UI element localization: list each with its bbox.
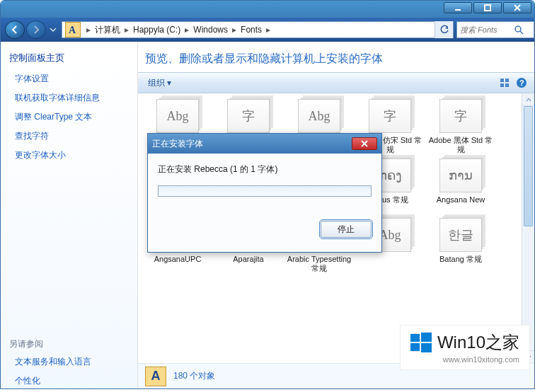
breadcrumb-segment[interactable]: 计算机 [93, 24, 122, 36]
breadcrumb[interactable]: A ▸ 计算机 ▸ Happyla (C:) ▸ Windows ▸ Fonts… [62, 21, 454, 38]
svg-text:A: A [69, 25, 76, 35]
scroll-up-button[interactable] [522, 93, 534, 106]
sidebar-link-online-fonts[interactable]: 联机获取字体详细信息 [9, 92, 129, 104]
svg-rect-18 [421, 343, 432, 352]
breadcrumb-segment[interactable]: Happyla (C:) [132, 25, 182, 35]
sidebar-link-find-char[interactable]: 查找字符 [9, 130, 129, 142]
sidebar-link-font-settings[interactable]: 字体设置 [9, 73, 129, 85]
back-button[interactable] [5, 21, 25, 39]
font-name-label: Arabic Typesetting 常规 [284, 255, 355, 273]
font-thumb-icon: 한글 [439, 218, 482, 252]
font-item[interactable]: ການAngsana New [425, 158, 496, 214]
watermark-brand: Win10 [437, 333, 485, 352]
search-box[interactable] [456, 21, 534, 38]
svg-line-6 [520, 31, 523, 34]
page-title: 预览、删除或者显示和隐藏计算机上安装的字体 [138, 42, 534, 72]
sidebar-link-personalize[interactable]: 个性化 [9, 375, 129, 387]
svg-rect-9 [500, 83, 504, 87]
font-name-label: Batang 常规 [425, 255, 496, 273]
scrollbar-thumb[interactable] [524, 106, 533, 226]
status-count: 180 个对象 [173, 370, 215, 382]
sidebar-see-also-heading: 另请参阅 [9, 338, 129, 350]
font-item[interactable]: 한글Batang 常规 [425, 218, 496, 273]
watermark-url: www.win10xitong.com [410, 355, 519, 364]
sidebar-link-cleartype[interactable]: 调整 ClearType 文本 [9, 111, 129, 123]
sidebar: 控制面板主页 字体设置 联机获取字体详细信息 调整 ClearType 文本 查… [1, 42, 138, 388]
help-button[interactable]: ? [514, 76, 529, 90]
sidebar-link-font-size[interactable]: 更改字体大小 [9, 149, 129, 161]
breadcrumb-segment[interactable]: Fonts [239, 25, 263, 35]
svg-rect-8 [505, 79, 509, 82]
font-name-label: AngsanaUPC [142, 255, 213, 273]
folder-icon: A [65, 22, 81, 38]
sidebar-heading[interactable]: 控制面板主页 [9, 52, 129, 64]
chevron-down-icon: ▾ [167, 78, 171, 88]
close-window-button[interactable] [503, 2, 531, 13]
font-name-label: Angsana New [425, 195, 496, 214]
window-titlebar [1, 1, 534, 18]
chevron-right-icon: ▸ [229, 25, 239, 35]
svg-rect-15 [410, 334, 420, 342]
font-thumb-icon: 字 [227, 99, 270, 133]
font-thumb-icon: Abg [156, 99, 199, 133]
svg-text:?: ? [519, 79, 524, 87]
stop-button-label: 停止 [338, 224, 355, 236]
search-input[interactable] [457, 25, 511, 35]
toolbar: 组织▾ ? [138, 72, 534, 93]
svg-point-5 [515, 26, 521, 32]
svg-rect-10 [505, 83, 509, 87]
svg-rect-1 [485, 5, 490, 11]
stop-button[interactable]: 停止 [321, 221, 372, 238]
view-button[interactable] [497, 76, 512, 90]
maximize-button[interactable] [473, 2, 502, 13]
organize-label: 组织 [148, 77, 165, 89]
dialog-title: 正在安装字体 [152, 138, 203, 150]
watermark-suffix: 之家 [485, 331, 519, 354]
font-thumb-icon: 字 [369, 99, 411, 133]
nav-bar: A ▸ 计算机 ▸ Happyla (C:) ▸ Windows ▸ Fonts… [1, 18, 534, 42]
font-thumb-icon: 字 [439, 99, 482, 133]
chevron-right-icon: ▸ [182, 25, 192, 35]
font-item[interactable]: 字Adobe 黑体 Std 常规 [425, 99, 496, 154]
search-icon [511, 25, 527, 35]
dialog-message: 正在安装 Rebecca (1 的 1 字体) [158, 163, 372, 175]
dialog-close-button[interactable] [352, 137, 377, 150]
refresh-button[interactable] [435, 21, 453, 38]
dialog-titlebar[interactable]: 正在安装字体 [148, 134, 381, 154]
svg-rect-7 [500, 79, 504, 82]
font-thumb-icon: ການ [439, 158, 482, 192]
chevron-right-icon: ▸ [84, 25, 93, 35]
chevron-right-icon: ▸ [122, 25, 132, 35]
svg-rect-0 [455, 9, 461, 11]
fonts-folder-icon: A [145, 367, 166, 386]
forward-button[interactable] [26, 21, 46, 39]
svg-rect-17 [410, 343, 420, 351]
font-thumb-icon: Abg [298, 99, 340, 133]
watermark: Win10之家 www.win10xitong.com [401, 325, 529, 369]
minimize-button[interactable] [444, 2, 472, 13]
svg-rect-16 [421, 333, 432, 342]
install-font-dialog: 正在安装字体 正在安装 Rebecca (1 的 1 字体) 停止 [147, 133, 382, 253]
font-name-label [355, 255, 425, 273]
vertical-scrollbar[interactable] [522, 93, 534, 363]
chevron-right-icon: ▸ [263, 25, 273, 35]
history-dropdown-button[interactable] [47, 21, 59, 39]
sidebar-link-text-services[interactable]: 文本服务和输入语言 [9, 356, 129, 368]
breadcrumb-segment[interactable]: Windows [192, 25, 229, 35]
progress-bar [158, 185, 372, 197]
font-name-label: Adobe 黑体 Std 常规 [425, 136, 496, 154]
font-name-label: Aparajita [213, 255, 284, 273]
windows-logo-icon [410, 332, 432, 353]
organize-button[interactable]: 组织▾ [144, 76, 176, 91]
